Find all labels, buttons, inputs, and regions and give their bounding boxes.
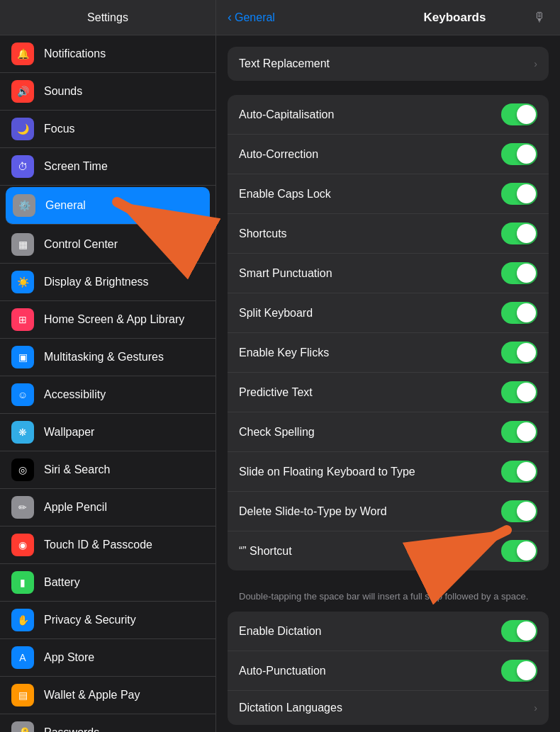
toggle-shortcut-quotes[interactable] bbox=[501, 540, 537, 562]
setting-row-check-spelling[interactable]: Check Spelling bbox=[228, 412, 549, 452]
setting-label-check-spelling: Check Spelling bbox=[239, 426, 501, 439]
setting-row-text-replacement[interactable]: Text Replacement› bbox=[228, 47, 549, 81]
setting-row-enable-caps-lock[interactable]: Enable Caps Lock bbox=[228, 174, 549, 214]
back-label[interactable]: General bbox=[235, 11, 275, 24]
sidebar-item-app-store[interactable]: AApp Store bbox=[0, 639, 215, 677]
battery-icon: ▮ bbox=[11, 571, 34, 594]
multitasking-icon: ▣ bbox=[11, 346, 34, 368]
screen-time-icon: ⏱ bbox=[11, 155, 34, 178]
sidebar-label-wallpaper: Wallpaper bbox=[44, 425, 204, 440]
setting-label-smart-punctuation: Smart Punctuation bbox=[239, 267, 501, 280]
setting-row-smart-punctuation[interactable]: Smart Punctuation bbox=[228, 254, 549, 293]
setting-label-shortcut-quotes: “” Shortcut bbox=[239, 545, 501, 558]
toggle-split-keyboard[interactable] bbox=[501, 302, 537, 324]
setting-row-auto-punctuation[interactable]: Auto-Punctuation bbox=[228, 651, 549, 691]
passwords-icon: 🔑 bbox=[11, 721, 34, 732]
sidebar-item-wallpaper[interactable]: ❋Wallpaper bbox=[0, 414, 215, 451]
wallpaper-icon: ❋ bbox=[11, 421, 34, 444]
sidebar-label-control-center: Control Center bbox=[44, 237, 204, 252]
sidebar-item-focus[interactable]: 🌙Focus bbox=[0, 111, 215, 148]
toggle-auto-punctuation[interactable] bbox=[501, 660, 537, 682]
setting-row-enable-dictation[interactable]: Enable Dictation bbox=[228, 612, 549, 651]
toggle-enable-caps-lock[interactable] bbox=[501, 183, 537, 205]
sidebar-item-battery[interactable]: ▮Battery bbox=[0, 564, 215, 602]
setting-label-shortcuts: Shortcuts bbox=[239, 227, 501, 240]
setting-label-enable-key-flicks: Enable Key Flicks bbox=[239, 347, 501, 359]
setting-row-shortcuts[interactable]: Shortcuts bbox=[228, 214, 549, 254]
sidebar: 🔔Notifications🔊Sounds🌙Focus⏱Screen Time⚙… bbox=[0, 35, 216, 732]
sidebar-label-screen-time: Screen Time bbox=[44, 159, 204, 174]
sidebar-item-passwords[interactable]: 🔑Passwords bbox=[0, 714, 215, 732]
setting-row-split-keyboard[interactable]: Split Keyboard bbox=[228, 293, 549, 333]
siri-search-icon: ◎ bbox=[11, 458, 34, 481]
focus-icon: 🌙 bbox=[11, 118, 34, 140]
toggle-enable-dictation[interactable] bbox=[501, 620, 537, 642]
settings-panel-title: Settings bbox=[0, 0, 216, 35]
back-button[interactable]: ‹ General bbox=[228, 10, 275, 25]
setting-label-dictation-languages: Dictation Languages bbox=[239, 702, 534, 714]
toggle-shortcuts[interactable] bbox=[501, 223, 537, 244]
section-group-text-replacement-section: Text Replacement› bbox=[228, 47, 549, 81]
settings-title: Settings bbox=[87, 11, 128, 24]
sidebar-item-screen-time[interactable]: ⏱Screen Time bbox=[0, 148, 215, 186]
toggle-enable-key-flicks[interactable] bbox=[501, 342, 537, 364]
toggle-auto-capitalisation[interactable] bbox=[501, 103, 537, 125]
microphone-icon[interactable]: 🎙 bbox=[533, 10, 546, 25]
sidebar-item-wallet-apple-pay[interactable]: ▤Wallet & Apple Pay bbox=[0, 677, 215, 714]
setting-row-dictation-languages[interactable]: Dictation Languages› bbox=[228, 691, 549, 725]
chevron-text-replacement: › bbox=[534, 58, 537, 69]
setting-label-text-replacement: Text Replacement bbox=[239, 57, 534, 70]
apple-pencil-icon: ✏ bbox=[11, 496, 34, 519]
toggle-smart-punctuation[interactable] bbox=[501, 262, 537, 284]
chevron-dictation-languages: › bbox=[534, 702, 537, 714]
app-store-icon: A bbox=[11, 646, 34, 669]
top-bar: Settings ‹ General Keyboards 🎙 bbox=[0, 0, 560, 35]
home-screen-icon: ⊞ bbox=[11, 308, 34, 331]
sidebar-label-app-store: App Store bbox=[44, 651, 204, 665]
toggle-check-spelling[interactable] bbox=[501, 421, 537, 443]
sidebar-item-privacy-security[interactable]: ✋Privacy & Security bbox=[0, 602, 215, 639]
general-icon: ⚙️ bbox=[13, 194, 35, 217]
setting-label-enable-dictation: Enable Dictation bbox=[239, 625, 501, 638]
toggle-delete-slide-type[interactable] bbox=[501, 500, 537, 522]
sidebar-item-touch-id[interactable]: ◉Touch ID & Passcode bbox=[0, 527, 215, 564]
sidebar-item-display-brightness[interactable]: ☀️Display & Brightness bbox=[0, 264, 215, 301]
sidebar-item-sounds[interactable]: 🔊Sounds bbox=[0, 73, 215, 111]
sidebar-label-apple-pencil: Apple Pencil bbox=[44, 500, 204, 515]
accessibility-icon: ☺ bbox=[11, 383, 34, 406]
setting-label-auto-correction: Auto-Correction bbox=[239, 148, 501, 161]
toggle-auto-correction[interactable] bbox=[501, 143, 537, 165]
setting-label-auto-capitalisation: Auto-Capitalisation bbox=[239, 108, 501, 121]
section-group-dictation-section: Enable DictationAuto-PunctuationDictatio… bbox=[228, 612, 549, 725]
sidebar-item-multitasking[interactable]: ▣Multitasking & Gestures bbox=[0, 339, 215, 376]
sidebar-item-general[interactable]: ⚙️General bbox=[6, 187, 210, 225]
setting-row-shortcut-quotes[interactable]: “” Shortcut bbox=[228, 531, 549, 570]
setting-label-slide-floating-keyboard: Slide on Floating Keyboard to Type bbox=[239, 466, 501, 478]
touch-id-icon: ◉ bbox=[11, 534, 34, 556]
toggle-predictive-text[interactable] bbox=[501, 381, 537, 403]
toggle-slide-floating-keyboard[interactable] bbox=[501, 461, 537, 483]
sidebar-label-focus: Focus bbox=[44, 122, 204, 137]
sidebar-item-accessibility[interactable]: ☺Accessibility bbox=[0, 376, 215, 414]
setting-row-auto-capitalisation[interactable]: Auto-Capitalisation bbox=[228, 95, 549, 135]
setting-label-delete-slide-type: Delete Slide-to-Type by Word bbox=[239, 505, 501, 518]
sidebar-label-display-brightness: Display & Brightness bbox=[44, 275, 204, 290]
sidebar-item-apple-pencil[interactable]: ✏Apple Pencil bbox=[0, 489, 215, 527]
setting-row-slide-floating-keyboard[interactable]: Slide on Floating Keyboard to Type bbox=[228, 452, 549, 492]
sidebar-item-control-center[interactable]: ▦Control Center bbox=[0, 226, 215, 264]
sidebar-item-notifications[interactable]: 🔔Notifications bbox=[0, 35, 215, 73]
setting-row-auto-correction[interactable]: Auto-Correction bbox=[228, 135, 549, 174]
section-group-keyboard-settings-section: Auto-CapitalisationAuto-CorrectionEnable… bbox=[228, 95, 549, 570]
wallet-apple-pay-icon: ▤ bbox=[11, 684, 34, 706]
setting-row-predictive-text[interactable]: Predictive Text bbox=[228, 373, 549, 412]
sidebar-label-passwords: Passwords bbox=[44, 726, 204, 732]
setting-row-enable-key-flicks[interactable]: Enable Key Flicks bbox=[228, 333, 549, 373]
sidebar-label-touch-id: Touch ID & Passcode bbox=[44, 538, 204, 553]
main-layout: 🔔Notifications🔊Sounds🌙Focus⏱Screen Time⚙… bbox=[0, 35, 560, 732]
sidebar-label-general: General bbox=[45, 198, 203, 213]
sidebar-item-home-screen[interactable]: ⊞Home Screen & App Library bbox=[0, 301, 215, 339]
sidebar-label-siri-search: Siri & Search bbox=[44, 463, 204, 478]
setting-row-delete-slide-type[interactable]: Delete Slide-to-Type by Word bbox=[228, 492, 549, 531]
content-area: Text Replacement›Auto-CapitalisationAuto… bbox=[216, 35, 560, 732]
sidebar-item-siri-search[interactable]: ◎Siri & Search bbox=[0, 451, 215, 489]
